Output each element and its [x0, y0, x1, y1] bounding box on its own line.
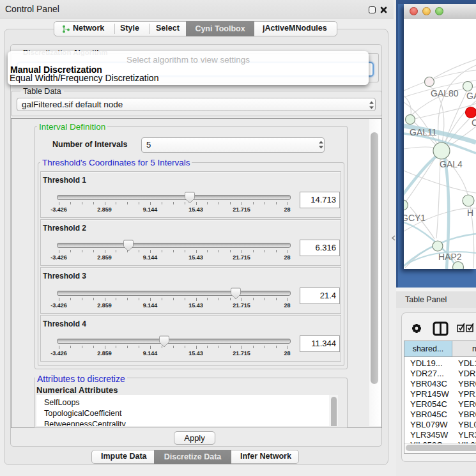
svg-text:GCY1: GCY1 [404, 213, 426, 223]
svg-text:C: C [472, 118, 476, 128]
svg-text:GA: GA [466, 91, 476, 101]
svg-text:H: H [467, 208, 473, 218]
svg-text:GAL80: GAL80 [431, 88, 459, 98]
svg-text:GAL4: GAL4 [440, 159, 463, 169]
svg-text:GAL11: GAL11 [410, 127, 437, 137]
svg-text:HAP2: HAP2 [438, 252, 462, 262]
